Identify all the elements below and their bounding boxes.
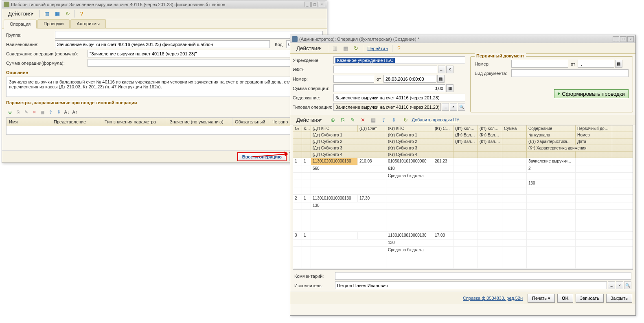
delete-icon[interactable]: ✕ xyxy=(31,108,38,116)
table-row[interactable]: 560 610 2 xyxy=(293,165,633,173)
table-row[interactable]: 1 1 11301020010000130 210.03 01050101010… xyxy=(293,158,633,165)
print-button[interactable]: Печать ▾ xyxy=(528,294,555,303)
maximize-button[interactable]: □ xyxy=(311,2,318,7)
search-icon[interactable]: 🔍 xyxy=(624,281,631,289)
up-icon[interactable]: ⇧ xyxy=(379,116,388,124)
form-postings-button[interactable]: Сформировать проводки xyxy=(554,89,629,98)
table-row[interactable]: 3 1 11301010010000130 17.03 xyxy=(293,232,633,240)
close-button[interactable]: Закрыть xyxy=(606,294,632,303)
table-row[interactable]: 130 xyxy=(293,202,633,210)
help-icon[interactable]: ? xyxy=(395,44,403,53)
table-row[interactable] xyxy=(293,187,633,195)
table-row[interactable] xyxy=(293,254,633,269)
date-input[interactable] xyxy=(383,75,436,83)
select-icon[interactable]: … xyxy=(438,66,445,73)
maximize-button[interactable]: □ xyxy=(620,36,626,42)
w2-title: (Администратор): Операция (бухгалтерская… xyxy=(299,37,613,42)
calendar-icon[interactable]: ▦ xyxy=(437,75,445,83)
grid-actions-dropdown[interactable]: Действия ▾ xyxy=(293,116,325,124)
params-grid[interactable]: Имя Представление Тип значения параметра… xyxy=(6,117,323,135)
typeop-label: Типовая операция: xyxy=(293,105,333,110)
clear-icon[interactable]: × xyxy=(450,103,457,111)
table-row[interactable]: 2 1 11301010010000130 17.30 xyxy=(293,195,633,202)
table-row[interactable]: 130 xyxy=(293,240,633,247)
desc-box[interactable]: Зачисление выручки на балансовый счет № … xyxy=(6,77,323,97)
add-nu-link[interactable]: Добавить проводки НУ xyxy=(412,117,459,122)
sort-asc-icon[interactable]: A↓ xyxy=(63,108,70,116)
grid-body: 1 1 11301020010000130 210.03 01050101010… xyxy=(293,158,633,269)
name-input[interactable] xyxy=(55,40,270,48)
refresh-icon[interactable]: ↻ xyxy=(64,10,72,18)
grid-icon[interactable]: ▦ xyxy=(39,108,46,116)
col-sod: Содержание xyxy=(527,125,576,132)
save-button[interactable]: Записать xyxy=(576,294,604,303)
copy-icon[interactable]: ⎘ xyxy=(339,116,347,124)
postings-grid[interactable]: № К... (Дт) КПС (Дт) Счет (Кт) КПС (Кт) … xyxy=(293,125,633,270)
select-icon[interactable]: … xyxy=(442,103,449,111)
minimize-button[interactable]: _ xyxy=(304,2,311,7)
number-input[interactable] xyxy=(333,75,374,83)
calc-icon[interactable]: ▦ xyxy=(446,84,453,92)
add-icon[interactable]: ⊕ xyxy=(329,116,337,124)
pd-type-input[interactable] xyxy=(511,69,629,77)
enter-operation-button[interactable]: Ввести операцию xyxy=(237,152,287,161)
table-row[interactable]: Средства бюджета xyxy=(293,173,633,180)
close-button[interactable]: × xyxy=(627,36,634,42)
comment-input[interactable] xyxy=(335,272,631,280)
table-row[interactable]: 130 xyxy=(293,180,633,187)
help-icon[interactable]: ? xyxy=(77,10,85,18)
sum-input[interactable] xyxy=(88,59,323,67)
edit-icon[interactable]: ✎ xyxy=(22,108,30,116)
content-input[interactable] xyxy=(88,50,323,57)
pd-number-input[interactable] xyxy=(511,60,568,68)
save-icon[interactable]: ▥ xyxy=(42,10,51,18)
group-input[interactable] xyxy=(55,31,323,39)
search-icon[interactable]: 🔍 xyxy=(458,103,465,111)
tab-postings[interactable]: Проводки xyxy=(37,19,70,28)
select-icon[interactable]: … xyxy=(608,281,615,289)
new-icon[interactable]: ▦ xyxy=(53,10,62,18)
w1-titlebar[interactable]: Шаблон типовой операции: Зачисление выру… xyxy=(2,0,327,9)
content-input[interactable] xyxy=(333,94,465,101)
ifo-input[interactable] xyxy=(333,66,437,73)
refresh-icon[interactable]: ↻ xyxy=(401,116,410,124)
copy-icon[interactable]: ⎘ xyxy=(14,108,22,116)
down-icon[interactable]: ⇩ xyxy=(55,108,62,116)
grid-icon[interactable]: ▦ xyxy=(369,116,378,124)
executor-input[interactable] xyxy=(335,281,607,289)
minimize-button[interactable]: _ xyxy=(613,36,619,42)
w2-form-top: Учреждение: Казенное учреждение ПБС ИФО:… xyxy=(290,54,635,115)
table-row[interactable] xyxy=(293,210,633,232)
tab-algorithms[interactable]: Алгоритмы xyxy=(70,19,105,28)
name-label: Наименование: xyxy=(6,42,55,47)
calendar-icon[interactable]: ▦ xyxy=(615,60,622,68)
w2-titlebar[interactable]: (Администратор): Операция (бухгалтерская… xyxy=(290,35,635,43)
save-icon[interactable]: ▥ xyxy=(331,44,340,53)
actions-dropdown[interactable]: Действия ▾ xyxy=(4,10,37,18)
sort-desc-icon[interactable]: A↑ xyxy=(71,108,79,116)
new-icon[interactable]: ▦ xyxy=(341,44,350,53)
institution-input[interactable]: Казенное учреждение ПБС xyxy=(333,56,465,64)
actions-dropdown[interactable]: Действия ▾ xyxy=(293,44,325,53)
clear-icon[interactable]: × xyxy=(446,66,453,73)
tab-operation[interactable]: Операция xyxy=(4,20,37,29)
primary-doc-group: Первичный документ Номер: от ▦ Вид докум… xyxy=(470,56,633,112)
sum-input[interactable] xyxy=(333,84,445,92)
goto-link[interactable]: Перейти ▾ xyxy=(366,46,390,51)
up-icon[interactable]: ⇧ xyxy=(47,108,54,116)
ok-button[interactable]: OK xyxy=(557,294,573,303)
app-icon xyxy=(4,2,9,7)
delete-icon[interactable]: ✕ xyxy=(359,116,367,124)
w1-tabs: Операция Проводки Алгоритмы xyxy=(2,19,327,29)
add-icon[interactable]: ⊕ xyxy=(6,108,13,116)
pd-date-input[interactable] xyxy=(578,60,614,68)
ref-link[interactable]: Справка ф.0504833, ред.52н xyxy=(463,296,523,301)
edit-icon[interactable]: ✎ xyxy=(348,116,357,124)
table-row[interactable]: Средства бюджета xyxy=(293,247,633,254)
down-icon[interactable]: ⇩ xyxy=(390,116,398,124)
refresh-icon[interactable]: ↻ xyxy=(352,44,360,53)
typeop-input[interactable] xyxy=(333,103,441,111)
close-button[interactable]: × xyxy=(319,2,325,7)
group-label: Группа: xyxy=(6,33,55,37)
clear-icon[interactable]: × xyxy=(616,281,623,289)
